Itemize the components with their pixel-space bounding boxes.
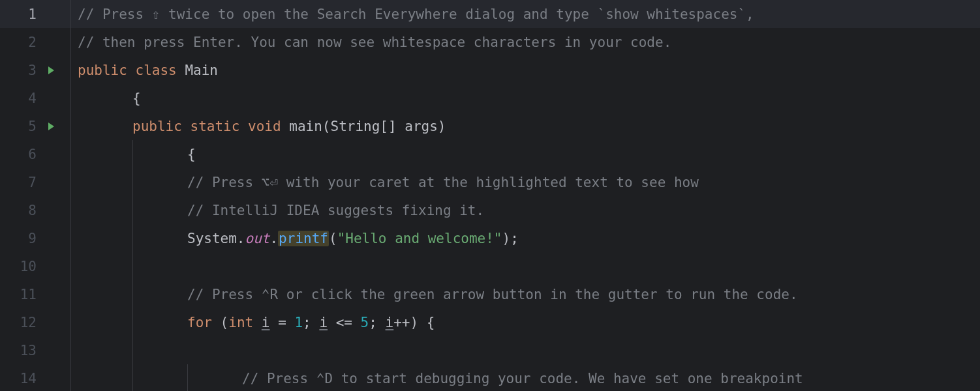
code-line[interactable]: 8 // IntelliJ IDEA suggests fixing it.: [0, 196, 980, 224]
method-call-warning: printf: [278, 231, 329, 246]
static-field: out: [245, 231, 270, 246]
method-name: main: [289, 119, 322, 134]
code-line[interactable]: 9 System.out.printf("Hello and welcome!"…: [0, 224, 980, 252]
keyword: class: [136, 63, 177, 78]
line-number: 6: [0, 147, 44, 162]
code-line[interactable]: 6 {: [0, 140, 980, 168]
line-number: 4: [0, 91, 44, 106]
brace: {: [187, 147, 196, 162]
run-icon[interactable]: [46, 65, 56, 76]
code-line[interactable]: 14 // Press ⌃D to start debugging your c…: [0, 364, 980, 391]
line-number: 7: [0, 175, 44, 190]
run-gutter[interactable]: [44, 121, 70, 132]
code-line[interactable]: 1 // Press ⇧ twice to open the Search Ev…: [0, 0, 980, 28]
line-number: 1: [0, 7, 44, 22]
comment-text: // Press ⌃R or click the green arrow but…: [187, 287, 798, 302]
variable: i: [319, 315, 328, 330]
class-name: Main: [185, 63, 218, 78]
line-number: 13: [0, 343, 44, 358]
run-icon[interactable]: [46, 121, 56, 132]
code-line[interactable]: 3 public class Main: [0, 56, 980, 84]
line-number: 5: [0, 119, 44, 134]
line-number: 8: [0, 203, 44, 218]
variable: i: [386, 315, 394, 330]
comment-text: // Press ⌥⏎ with your caret at the highl…: [187, 175, 699, 190]
code-editor[interactable]: 1 // Press ⇧ twice to open the Search Ev…: [0, 0, 980, 391]
code-line[interactable]: 12 for (int i = 1; i <= 5; i++) {: [0, 308, 980, 336]
code-line[interactable]: 5 public static void main(String[] args): [0, 112, 980, 140]
keyword: int: [228, 315, 253, 330]
number-literal: 1: [294, 315, 303, 330]
code-line[interactable]: 13: [0, 336, 980, 364]
line-number: 2: [0, 35, 44, 50]
variable: i: [262, 315, 270, 330]
string-literal: "Hello and welcome!": [337, 231, 502, 246]
code-line[interactable]: 4 {: [0, 84, 980, 112]
comment-text: // IntelliJ IDEA suggests fixing it.: [187, 203, 484, 218]
keyword: void: [248, 119, 281, 134]
number-literal: 5: [361, 315, 369, 330]
code-line[interactable]: 7 // Press ⌥⏎ with your caret at the hig…: [0, 168, 980, 196]
code-line[interactable]: 2 // then press Enter. You can now see w…: [0, 28, 980, 56]
run-gutter[interactable]: [44, 65, 70, 76]
comment-text: // then press Enter. You can now see whi…: [78, 35, 671, 50]
line-number: 11: [0, 287, 44, 302]
line-number: 12: [0, 315, 44, 330]
line-number: 9: [0, 231, 44, 246]
method-signature: (String[] args): [322, 119, 446, 134]
identifier: System: [187, 231, 237, 246]
line-number: 3: [0, 63, 44, 78]
comment-text: // Press ⌃D to start debugging your code…: [242, 371, 803, 386]
keyword: public: [78, 63, 127, 78]
keyword: static: [191, 119, 240, 134]
brace: {: [132, 91, 141, 106]
code-line[interactable]: 11 // Press ⌃R or click the green arrow …: [0, 280, 980, 308]
comment-text: // Press ⇧ twice to open the Search Ever…: [78, 7, 754, 22]
code-line[interactable]: 10: [0, 252, 980, 280]
line-number: 10: [0, 259, 44, 274]
keyword: for: [187, 315, 212, 330]
line-number: 14: [0, 371, 44, 386]
keyword: public: [132, 119, 182, 134]
